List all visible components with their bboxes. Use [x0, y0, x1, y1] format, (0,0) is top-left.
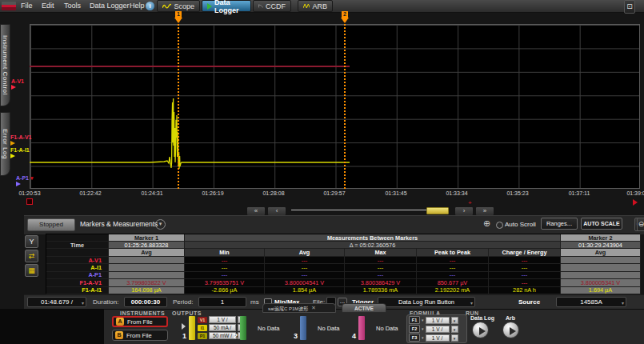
cell: 2.192202 mA	[417, 287, 489, 294]
run-state-badge: Stopped	[27, 218, 75, 231]
channel-3-status: No Data	[318, 325, 340, 332]
cell: ---	[417, 257, 489, 264]
marker-pair-button[interactable]: ⇄	[25, 250, 38, 262]
instrument-b-button[interactable]: B From File	[112, 330, 168, 341]
channel-1-number: 1	[182, 332, 186, 340]
run-datalog-button[interactable]	[472, 322, 489, 338]
marker1-time: 01:25:26.883328	[109, 242, 185, 249]
menu-data-logger[interactable]: Data Logger	[86, 0, 133, 12]
f2-scale-dropdown[interactable]: ▾	[451, 326, 458, 333]
active-tab[interactable]: ACTIVE	[342, 303, 386, 313]
tab-scope[interactable]: Scope	[157, 0, 200, 12]
cell: 1.854 µA	[265, 287, 345, 294]
row-label-a-p1: A-P1	[46, 272, 109, 279]
x-tick: 01:33:34	[446, 190, 467, 196]
expand-arrow-icon[interactable]	[182, 323, 186, 330]
menu-file[interactable]: File	[18, 0, 36, 12]
channel-2-status: No Data	[258, 325, 280, 332]
tab-arb[interactable]: ARB	[298, 0, 333, 12]
data-file-tab[interactable]: sat追尾C P1M波形 ✕	[262, 303, 336, 313]
zoom-region-button[interactable]: ⊡	[624, 0, 635, 14]
edge-arrow-icon	[633, 199, 638, 206]
instrument-a-button[interactable]: A From File	[112, 316, 168, 327]
x-tick: 01:39:00	[626, 190, 644, 196]
zoom-out-button[interactable]: ⊖	[637, 218, 644, 231]
trace-label-f1-a-i1[interactable]: F1-A-I1	[10, 147, 30, 160]
trace-arrow-icon	[10, 154, 15, 158]
f1-scale-value[interactable]: 1 V /	[426, 317, 450, 324]
v1-scale-value[interactable]: 1 V /	[209, 316, 236, 323]
period-input[interactable]: 1	[198, 297, 246, 307]
row-label-f1-a-v1: F1-A-V1	[46, 279, 109, 286]
auto-scale-button[interactable]: AUTO SCALE	[581, 218, 622, 230]
channel-3-number: 3	[294, 332, 298, 340]
col-charge-energy: Charge / Energy	[489, 249, 561, 257]
channel-4-number: 4	[352, 332, 356, 340]
marker1-stat-header: Avg	[109, 249, 185, 257]
f3-scale-dropdown[interactable]: ▾	[451, 334, 458, 342]
channel-4-bar[interactable]	[358, 316, 365, 340]
i1-scale-value[interactable]: 50 mA /	[209, 324, 236, 331]
arb-wave-icon	[303, 2, 310, 10]
channel-1-bar[interactable]	[189, 316, 195, 340]
sidebar-tab-instrument-control[interactable]: Instrument Control	[0, 24, 10, 106]
cell	[109, 272, 185, 279]
trace-label-f1-a-v1[interactable]: F1-A-V1	[10, 134, 31, 147]
f1-scale-dropdown[interactable]: ▾	[451, 317, 458, 324]
auto-scroll-radio[interactable]	[496, 222, 503, 229]
cell: ---	[345, 257, 417, 264]
marker-2-flag[interactable]: 2	[340, 11, 350, 23]
cell: ---	[185, 272, 265, 279]
source-label: Source	[518, 298, 540, 306]
col-max: Max	[345, 249, 417, 257]
f2-tag: F2	[409, 325, 420, 333]
menu-edit[interactable]: Edit	[38, 0, 58, 12]
trigger-dropdown[interactable]: Data Log Run Button▾	[378, 297, 475, 307]
tab-data-logger[interactable]: Data Logger	[202, 0, 251, 12]
f2-scale-value[interactable]: 1 V /	[426, 326, 450, 333]
scroll-track[interactable]	[291, 210, 448, 210]
cell: ---	[265, 272, 345, 279]
marker-2-line[interactable]	[344, 24, 346, 189]
menu-tools[interactable]: Tools	[61, 0, 84, 12]
x-tick: 01:29:57	[323, 190, 345, 196]
f3-scale-value[interactable]: 1 V /	[426, 334, 450, 342]
play-icon	[207, 3, 212, 10]
crosshair-icon[interactable]: ⊕	[483, 218, 490, 229]
cell: 1.789336 mA	[345, 287, 417, 294]
channel-2-bar[interactable]	[240, 316, 246, 340]
timebase-dropdown[interactable]: 01:48.679 /▾	[27, 297, 86, 307]
marker-1-flag[interactable]: 1	[174, 11, 183, 23]
period-label: Period:	[173, 298, 193, 306]
channel-3-bar[interactable]	[300, 316, 306, 340]
sidebar-tab-error-log[interactable]: Error Log	[0, 112, 10, 176]
cell: ---	[489, 279, 561, 286]
trace-label-a-v1[interactable]: A-V1	[11, 78, 24, 91]
channel-1-v-row: V1 1 V / ▾	[198, 316, 245, 323]
tab-ccdf[interactable]: CCDF	[253, 0, 291, 12]
trace-label-a-p1[interactable]: A-P1 ▾	[16, 175, 33, 188]
run-arb-button[interactable]	[502, 322, 519, 338]
x-tick: 01:20:53	[18, 190, 40, 196]
p1-scale-value[interactable]: 50 mW /	[209, 332, 236, 339]
x-tick: 01:35:23	[506, 190, 528, 196]
marker-1-line[interactable]	[178, 24, 179, 189]
v1-tag: V1	[198, 317, 207, 323]
source-dropdown[interactable]: 14585A▾	[556, 297, 626, 307]
table-view-button[interactable]: ▦	[25, 264, 38, 277]
scroll-thumb[interactable]	[426, 207, 449, 214]
close-icon[interactable]: ✕	[311, 305, 315, 311]
marker-1-label: 1	[175, 11, 182, 18]
cell: ---	[345, 272, 417, 279]
cell	[561, 264, 641, 271]
markers-delta: Δ = 05:02.360576	[185, 242, 561, 249]
panel-collapse-chevron-icon[interactable]: ▾	[155, 219, 166, 230]
ranges-button[interactable]: Ranges...	[541, 218, 578, 230]
channel-1-p-row: P1 50 mW / ▾	[198, 332, 245, 339]
marker-2-label: 2	[342, 11, 348, 18]
menu-help[interactable]: Help	[126, 0, 148, 12]
instrument-a-badge: A	[116, 318, 124, 326]
info-icon[interactable]: i	[146, 2, 154, 10]
cell	[561, 272, 641, 279]
marker-tool-button[interactable]: Y	[25, 235, 38, 248]
